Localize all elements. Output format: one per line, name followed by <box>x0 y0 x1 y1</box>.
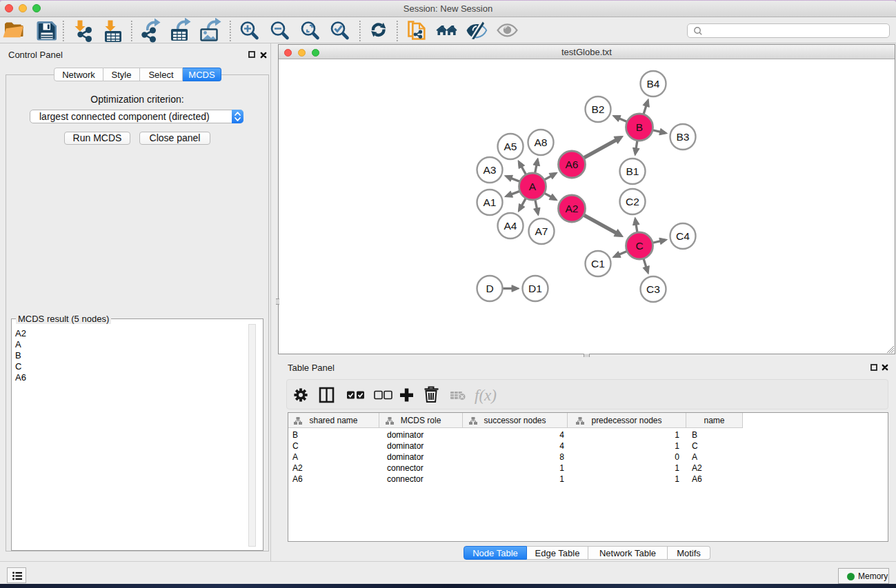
svg-text:C4: C4 <box>676 230 690 242</box>
svg-text:B3: B3 <box>677 131 690 143</box>
svg-text:B4: B4 <box>647 78 660 90</box>
svg-text:A5: A5 <box>504 141 517 152</box>
svg-text:A8: A8 <box>535 136 548 148</box>
svg-text:A3: A3 <box>484 164 497 176</box>
svg-text:A: A <box>529 181 537 192</box>
svg-text:B1: B1 <box>626 165 639 177</box>
svg-text:A4: A4 <box>504 220 517 232</box>
svg-text:A6: A6 <box>566 159 579 170</box>
svg-text:C: C <box>635 240 643 252</box>
svg-text:A7: A7 <box>535 225 548 237</box>
svg-text:D: D <box>486 283 493 294</box>
svg-text:f(x): f(x) <box>475 387 497 404</box>
svg-text:C2: C2 <box>626 196 639 207</box>
svg-text:B2: B2 <box>592 103 605 115</box>
svg-text:A1: A1 <box>484 196 497 208</box>
svg-text:A2: A2 <box>566 203 579 214</box>
svg-text:C3: C3 <box>646 283 660 295</box>
svg-text:D1: D1 <box>528 283 542 294</box>
svg-text:C1: C1 <box>591 258 605 270</box>
svg-text:B: B <box>636 121 643 133</box>
